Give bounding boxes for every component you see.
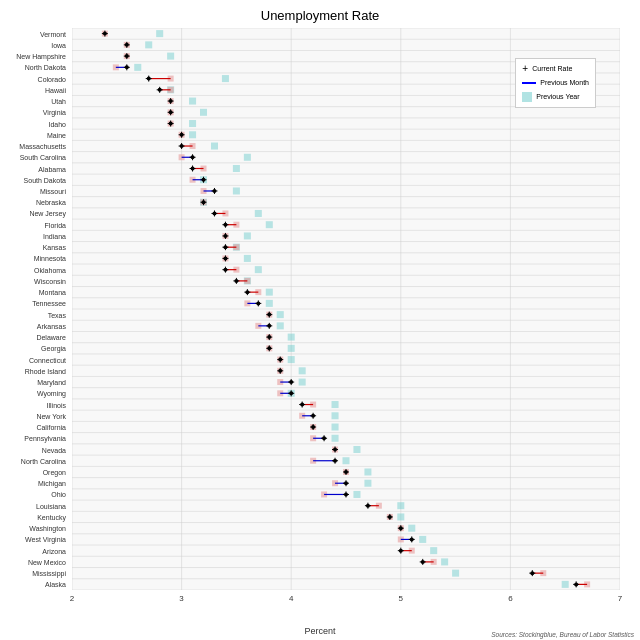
- svg-rect-122: [233, 165, 240, 172]
- svg-rect-307: [419, 536, 426, 543]
- svg-rect-67: [167, 53, 174, 60]
- svg-rect-208: [288, 334, 295, 341]
- svg-rect-110: [211, 143, 218, 150]
- svg-rect-197: [277, 311, 284, 318]
- chart-area: + Current Rate Previous Month Previous Y…: [72, 28, 620, 590]
- svg-rect-100: [189, 120, 196, 127]
- svg-rect-95: [200, 109, 207, 116]
- svg-rect-62: [145, 41, 152, 48]
- legend-previous-month: Previous Month: [522, 76, 589, 90]
- y-axis-labels: VermontIowaNew HampshireNorth DakotaColo…: [0, 28, 70, 590]
- chart-container: Unemployment Rate VermontIowaNew Hampshi…: [0, 0, 640, 640]
- svg-rect-223: [299, 367, 306, 374]
- svg-rect-240: [332, 401, 339, 408]
- svg-rect-268: [343, 457, 350, 464]
- legend: + Current Rate Previous Month Previous Y…: [515, 58, 596, 108]
- svg-rect-168: [244, 255, 251, 262]
- svg-rect-72: [134, 64, 141, 71]
- svg-rect-90: [189, 98, 196, 105]
- svg-rect-105: [189, 131, 196, 138]
- legend-previous-year: Previous Year: [522, 90, 589, 104]
- svg-rect-228: [299, 379, 306, 386]
- svg-rect-185: [266, 289, 273, 296]
- svg-rect-319: [441, 558, 448, 565]
- source-text: Sources: Stockingblue, Bureau of Labor S…: [491, 631, 634, 638]
- svg-rect-279: [364, 480, 371, 487]
- chart-svg: [72, 28, 620, 590]
- svg-rect-145: [255, 210, 262, 217]
- svg-rect-173: [255, 266, 262, 273]
- svg-rect-151: [266, 221, 273, 228]
- svg-rect-291: [397, 502, 404, 509]
- chart-title: Unemployment Rate: [0, 0, 640, 27]
- svg-rect-274: [364, 468, 371, 475]
- x-axis-title: Percent: [304, 626, 335, 636]
- svg-rect-325: [452, 570, 459, 577]
- svg-rect-297: [397, 513, 404, 520]
- svg-rect-202: [277, 322, 284, 329]
- svg-rect-116: [244, 154, 251, 161]
- svg-rect-252: [332, 424, 339, 431]
- svg-rect-191: [266, 300, 273, 307]
- svg-rect-257: [332, 435, 339, 442]
- svg-rect-157: [244, 232, 251, 239]
- svg-rect-134: [233, 187, 240, 194]
- svg-rect-263: [353, 446, 360, 453]
- svg-rect-313: [430, 547, 437, 554]
- x-axis-area: 234567: [72, 592, 620, 622]
- svg-rect-57: [156, 30, 163, 37]
- svg-rect-331: [562, 581, 569, 588]
- svg-rect-285: [353, 491, 360, 498]
- svg-rect-213: [288, 345, 295, 352]
- legend-current-rate: + Current Rate: [522, 62, 589, 76]
- svg-rect-302: [408, 525, 415, 532]
- svg-rect-246: [332, 412, 339, 419]
- svg-rect-218: [288, 356, 295, 363]
- svg-rect-78: [222, 75, 229, 82]
